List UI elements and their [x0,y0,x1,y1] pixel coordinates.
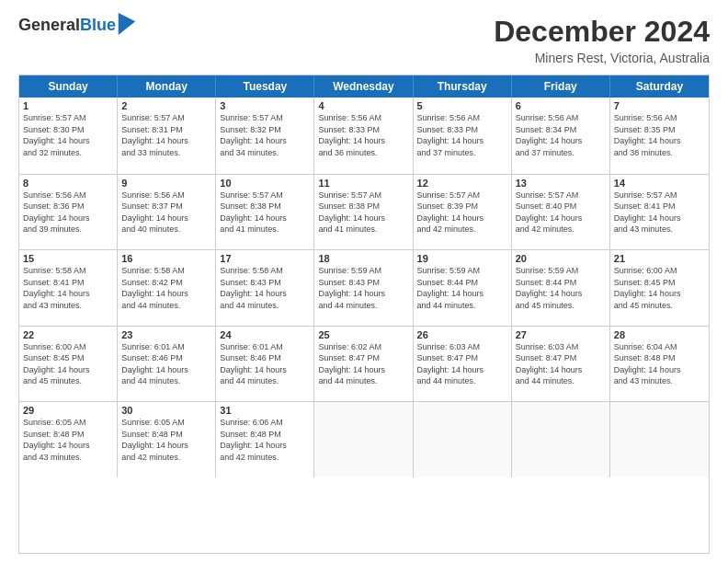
day-cell-2-w0: 2Sunrise: 5:57 AM Sunset: 8:31 PM Daylig… [118,98,216,174]
day-number: 6 [516,100,606,111]
day-info: Sunrise: 5:56 AM Sunset: 8:37 PM Dayligh… [121,190,211,236]
day-number: 3 [220,100,310,111]
day-cell-17-w2: 17Sunrise: 5:58 AM Sunset: 8:43 PM Dayli… [216,250,314,326]
header-tuesday: Tuesday [216,75,314,98]
logo: GeneralBlue [18,15,136,37]
page: GeneralBlue December 2024 Miners Rest, V… [0,0,728,563]
day-number: 19 [417,253,507,264]
week-row-5: 29Sunrise: 6:05 AM Sunset: 8:48 PM Dayli… [19,401,709,477]
week-row-1: 1Sunrise: 5:57 AM Sunset: 8:30 PM Daylig… [19,98,709,174]
day-info: Sunrise: 6:01 AM Sunset: 8:46 PM Dayligh… [220,341,310,387]
day-info: Sunrise: 5:57 AM Sunset: 8:38 PM Dayligh… [318,190,408,236]
day-number: 4 [318,100,408,111]
day-cell-empty-w4 [414,402,512,477]
day-cell-empty-w4 [314,402,413,477]
header-wednesday: Wednesday [314,75,413,98]
day-info: Sunrise: 5:57 AM Sunset: 8:40 PM Dayligh… [516,190,606,236]
day-cell-6-w0: 6Sunrise: 5:56 AM Sunset: 8:34 PM Daylig… [512,98,610,174]
day-cell-25-w3: 25Sunrise: 6:02 AM Sunset: 8:47 PM Dayli… [314,327,413,402]
day-cell-7-w0: 7Sunrise: 5:56 AM Sunset: 8:35 PM Daylig… [610,98,709,174]
subtitle: Miners Rest, Victoria, Australia [494,51,710,65]
day-cell-23-w3: 23Sunrise: 6:01 AM Sunset: 8:46 PM Dayli… [118,327,216,402]
day-info: Sunrise: 6:04 AM Sunset: 8:48 PM Dayligh… [614,341,705,387]
day-info: Sunrise: 6:06 AM Sunset: 8:48 PM Dayligh… [220,417,310,463]
day-info: Sunrise: 5:59 AM Sunset: 8:43 PM Dayligh… [318,265,408,311]
day-cell-18-w2: 18Sunrise: 5:59 AM Sunset: 8:43 PM Dayli… [314,250,413,326]
day-info: Sunrise: 5:56 AM Sunset: 8:36 PM Dayligh… [23,190,113,236]
day-cell-21-w2: 21Sunrise: 6:00 AM Sunset: 8:45 PM Dayli… [610,250,709,326]
day-cell-5-w0: 5Sunrise: 5:56 AM Sunset: 8:33 PM Daylig… [414,98,512,174]
day-number: 8 [23,178,113,189]
day-cell-3-w0: 3Sunrise: 5:57 AM Sunset: 8:32 PM Daylig… [216,98,314,174]
day-number: 31 [220,405,310,416]
day-info: Sunrise: 5:56 AM Sunset: 8:33 PM Dayligh… [318,112,408,158]
day-info: Sunrise: 5:57 AM Sunset: 8:39 PM Dayligh… [417,190,507,236]
day-number: 20 [516,253,606,264]
day-cell-14-w1: 14Sunrise: 5:57 AM Sunset: 8:41 PM Dayli… [610,175,709,250]
day-number: 15 [23,253,113,264]
day-number: 2 [121,100,211,111]
day-number: 23 [121,329,211,340]
logo-general: General [18,16,80,34]
calendar-header: Sunday Monday Tuesday Wednesday Thursday… [19,75,709,98]
header-friday: Friday [512,75,610,98]
svg-marker-0 [119,13,135,35]
day-number: 10 [220,178,310,189]
day-number: 28 [614,329,705,340]
day-cell-9-w1: 9Sunrise: 5:56 AM Sunset: 8:37 PM Daylig… [118,175,216,250]
day-info: Sunrise: 6:05 AM Sunset: 8:48 PM Dayligh… [23,417,113,463]
calendar-body: 1Sunrise: 5:57 AM Sunset: 8:30 PM Daylig… [19,98,709,553]
day-info: Sunrise: 6:00 AM Sunset: 8:45 PM Dayligh… [23,341,113,387]
day-info: Sunrise: 5:58 AM Sunset: 8:41 PM Dayligh… [23,265,113,311]
day-number: 27 [516,329,606,340]
header: GeneralBlue December 2024 Miners Rest, V… [18,15,710,65]
day-info: Sunrise: 5:56 AM Sunset: 8:35 PM Dayligh… [614,112,705,158]
day-info: Sunrise: 5:57 AM Sunset: 8:31 PM Dayligh… [121,112,211,158]
day-number: 5 [417,100,507,111]
day-cell-24-w3: 24Sunrise: 6:01 AM Sunset: 8:46 PM Dayli… [216,327,314,402]
day-cell-8-w1: 8Sunrise: 5:56 AM Sunset: 8:36 PM Daylig… [19,175,118,250]
day-number: 14 [614,178,705,189]
header-sunday: Sunday [19,75,118,98]
day-cell-1-w0: 1Sunrise: 5:57 AM Sunset: 8:30 PM Daylig… [19,98,118,174]
day-cell-15-w2: 15Sunrise: 5:58 AM Sunset: 8:41 PM Dayli… [19,250,118,326]
day-number: 9 [121,178,211,189]
day-number: 16 [121,253,211,264]
day-number: 25 [318,329,408,340]
day-cell-13-w1: 13Sunrise: 5:57 AM Sunset: 8:40 PM Dayli… [512,175,610,250]
day-number: 17 [220,253,310,264]
day-cell-29-w4: 29Sunrise: 6:05 AM Sunset: 8:48 PM Dayli… [19,402,118,477]
month-title: December 2024 [494,15,710,49]
day-number: 12 [417,178,507,189]
logo-blue: Blue [80,16,116,34]
day-cell-26-w3: 26Sunrise: 6:03 AM Sunset: 8:47 PM Dayli… [414,327,512,402]
week-row-3: 15Sunrise: 5:58 AM Sunset: 8:41 PM Dayli… [19,249,709,326]
day-number: 11 [318,178,408,189]
day-number: 29 [23,405,113,416]
day-info: Sunrise: 5:57 AM Sunset: 8:38 PM Dayligh… [220,190,310,236]
day-cell-30-w4: 30Sunrise: 6:05 AM Sunset: 8:48 PM Dayli… [118,402,216,477]
day-number: 26 [417,329,507,340]
day-number: 24 [220,329,310,340]
day-info: Sunrise: 5:58 AM Sunset: 8:43 PM Dayligh… [220,265,310,311]
header-saturday: Saturday [610,75,709,98]
day-number: 1 [23,100,113,111]
day-cell-31-w4: 31Sunrise: 6:06 AM Sunset: 8:48 PM Dayli… [216,402,314,477]
day-info: Sunrise: 6:03 AM Sunset: 8:47 PM Dayligh… [417,341,507,387]
day-cell-22-w3: 22Sunrise: 6:00 AM Sunset: 8:45 PM Dayli… [19,327,118,402]
day-cell-16-w2: 16Sunrise: 5:58 AM Sunset: 8:42 PM Dayli… [118,250,216,326]
day-info: Sunrise: 6:02 AM Sunset: 8:47 PM Dayligh… [318,341,408,387]
day-cell-empty-w4 [610,402,709,477]
day-number: 21 [614,253,705,264]
header-thursday: Thursday [414,75,512,98]
title-area: December 2024 Miners Rest, Victoria, Aus… [494,15,710,65]
day-cell-12-w1: 12Sunrise: 5:57 AM Sunset: 8:39 PM Dayli… [414,175,512,250]
logo-icon [118,13,136,35]
day-number: 18 [318,253,408,264]
day-cell-28-w3: 28Sunrise: 6:04 AM Sunset: 8:48 PM Dayli… [610,327,709,402]
day-cell-19-w2: 19Sunrise: 5:59 AM Sunset: 8:44 PM Dayli… [414,250,512,326]
day-info: Sunrise: 6:00 AM Sunset: 8:45 PM Dayligh… [614,265,705,311]
day-cell-11-w1: 11Sunrise: 5:57 AM Sunset: 8:38 PM Dayli… [314,175,413,250]
day-info: Sunrise: 6:05 AM Sunset: 8:48 PM Dayligh… [121,417,211,463]
header-monday: Monday [118,75,216,98]
